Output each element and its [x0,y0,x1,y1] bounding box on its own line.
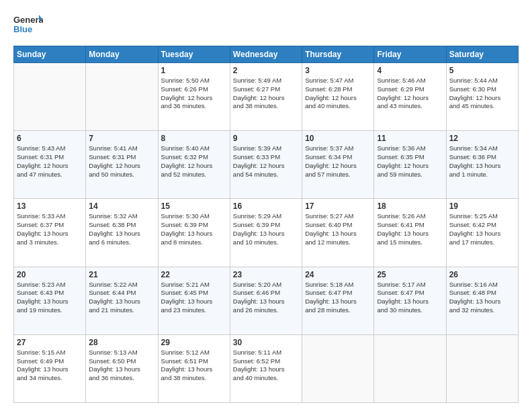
calendar-cell [374,334,446,402]
day-info: Sunrise: 5:26 AM Sunset: 6:41 PM Dayligh… [377,212,443,246]
header: General Blue [13,12,519,39]
day-number: 6 [17,134,83,143]
day-number: 12 [449,134,515,143]
day-number: 30 [233,338,299,347]
day-number: 14 [89,201,154,211]
day-number: 24 [305,270,371,279]
svg-text:Blue: Blue [13,24,32,34]
day-info: Sunrise: 5:46 AM Sunset: 6:29 PM Dayligh… [377,77,443,111]
day-info: Sunrise: 5:44 AM Sunset: 6:30 PM Dayligh… [449,77,515,111]
day-number: 3 [305,66,371,75]
day-info: Sunrise: 5:12 AM Sunset: 6:51 PM Dayligh… [161,349,227,383]
day-info: Sunrise: 5:11 AM Sunset: 6:52 PM Dayligh… [233,349,299,383]
calendar-cell: 29Sunrise: 5:12 AM Sunset: 6:51 PM Dayli… [158,334,230,402]
day-info: Sunrise: 5:22 AM Sunset: 6:44 PM Dayligh… [89,281,154,315]
day-info: Sunrise: 5:49 AM Sunset: 6:27 PM Dayligh… [233,77,299,111]
day-number: 22 [161,270,227,279]
weekday-header-sunday: Sunday [14,46,86,63]
calendar-cell: 11Sunrise: 5:36 AM Sunset: 6:35 PM Dayli… [374,131,446,199]
day-info: Sunrise: 5:23 AM Sunset: 6:43 PM Dayligh… [17,281,83,315]
day-info: Sunrise: 5:21 AM Sunset: 6:45 PM Dayligh… [161,281,227,315]
day-number: 13 [17,201,83,211]
day-number: 9 [233,134,299,143]
calendar-cell: 28Sunrise: 5:13 AM Sunset: 6:50 PM Dayli… [86,334,158,402]
svg-text:General: General [13,15,43,25]
calendar-cell: 7Sunrise: 5:41 AM Sunset: 6:31 PM Daylig… [86,131,158,199]
calendar-week-4: 20Sunrise: 5:23 AM Sunset: 6:43 PM Dayli… [14,267,519,334]
calendar-week-2: 6Sunrise: 5:43 AM Sunset: 6:31 PM Daylig… [14,131,519,199]
day-info: Sunrise: 5:15 AM Sunset: 6:49 PM Dayligh… [17,349,83,383]
calendar-cell: 30Sunrise: 5:11 AM Sunset: 6:52 PM Dayli… [230,334,302,402]
day-number: 8 [161,134,227,143]
calendar-cell: 14Sunrise: 5:32 AM Sunset: 6:38 PM Dayli… [86,199,158,267]
day-info: Sunrise: 5:34 AM Sunset: 6:36 PM Dayligh… [449,144,515,179]
calendar-cell [446,334,518,402]
weekday-header-thursday: Thursday [302,46,374,63]
calendar-cell: 18Sunrise: 5:26 AM Sunset: 6:41 PM Dayli… [374,199,446,267]
calendar-cell: 21Sunrise: 5:22 AM Sunset: 6:44 PM Dayli… [86,267,158,334]
day-number: 19 [449,201,515,211]
calendar-cell [14,63,86,131]
day-info: Sunrise: 5:27 AM Sunset: 6:40 PM Dayligh… [305,212,371,246]
day-info: Sunrise: 5:36 AM Sunset: 6:35 PM Dayligh… [377,144,443,179]
calendar-cell: 15Sunrise: 5:30 AM Sunset: 6:39 PM Dayli… [158,199,230,267]
calendar-cell: 5Sunrise: 5:44 AM Sunset: 6:30 PM Daylig… [446,63,518,131]
day-number: 10 [305,134,371,143]
calendar-cell: 9Sunrise: 5:39 AM Sunset: 6:33 PM Daylig… [230,131,302,199]
day-number: 25 [377,270,443,279]
day-number: 11 [377,134,443,143]
calendar-week-1: 1Sunrise: 5:50 AM Sunset: 6:26 PM Daylig… [14,63,519,131]
calendar-cell: 12Sunrise: 5:34 AM Sunset: 6:36 PM Dayli… [446,131,518,199]
day-info: Sunrise: 5:47 AM Sunset: 6:28 PM Dayligh… [305,77,371,111]
weekday-header-monday: Monday [86,46,158,63]
day-number: 15 [161,201,227,211]
logo-svg: General Blue [13,12,43,39]
calendar-table: SundayMondayTuesdayWednesdayThursdayFrid… [13,46,519,403]
calendar-cell: 2Sunrise: 5:49 AM Sunset: 6:27 PM Daylig… [230,63,302,131]
day-info: Sunrise: 5:20 AM Sunset: 6:46 PM Dayligh… [233,281,299,315]
day-info: Sunrise: 5:43 AM Sunset: 6:31 PM Dayligh… [17,144,83,179]
day-number: 26 [449,270,515,279]
day-number: 5 [449,66,515,75]
weekday-header-row: SundayMondayTuesdayWednesdayThursdayFrid… [14,46,519,63]
day-info: Sunrise: 5:29 AM Sunset: 6:39 PM Dayligh… [233,212,299,246]
day-number: 20 [17,270,83,279]
calendar-cell: 4Sunrise: 5:46 AM Sunset: 6:29 PM Daylig… [374,63,446,131]
day-info: Sunrise: 5:40 AM Sunset: 6:32 PM Dayligh… [161,144,227,179]
calendar-cell: 24Sunrise: 5:18 AM Sunset: 6:47 PM Dayli… [302,267,374,334]
day-number: 7 [89,134,154,143]
day-info: Sunrise: 5:18 AM Sunset: 6:47 PM Dayligh… [305,281,371,315]
weekday-header-tuesday: Tuesday [158,46,230,63]
day-info: Sunrise: 5:16 AM Sunset: 6:48 PM Dayligh… [449,281,515,315]
day-info: Sunrise: 5:37 AM Sunset: 6:34 PM Dayligh… [305,144,371,179]
calendar-cell: 27Sunrise: 5:15 AM Sunset: 6:49 PM Dayli… [14,334,86,402]
day-number: 16 [233,201,299,211]
logo: General Blue [13,12,43,39]
calendar-cell: 1Sunrise: 5:50 AM Sunset: 6:26 PM Daylig… [158,63,230,131]
day-info: Sunrise: 5:32 AM Sunset: 6:38 PM Dayligh… [89,212,154,246]
day-number: 1 [161,66,227,75]
calendar-cell: 20Sunrise: 5:23 AM Sunset: 6:43 PM Dayli… [14,267,86,334]
calendar-week-5: 27Sunrise: 5:15 AM Sunset: 6:49 PM Dayli… [14,334,519,402]
day-number: 21 [89,270,154,279]
calendar-cell: 22Sunrise: 5:21 AM Sunset: 6:45 PM Dayli… [158,267,230,334]
day-info: Sunrise: 5:30 AM Sunset: 6:39 PM Dayligh… [161,212,227,246]
calendar-cell: 13Sunrise: 5:33 AM Sunset: 6:37 PM Dayli… [14,199,86,267]
calendar-week-3: 13Sunrise: 5:33 AM Sunset: 6:37 PM Dayli… [14,199,519,267]
day-number: 28 [89,338,154,347]
page: General Blue SundayMondayTuesdayWednesda… [0,0,532,411]
day-info: Sunrise: 5:13 AM Sunset: 6:50 PM Dayligh… [89,349,154,383]
calendar-cell: 26Sunrise: 5:16 AM Sunset: 6:48 PM Dayli… [446,267,518,334]
calendar-cell: 23Sunrise: 5:20 AM Sunset: 6:46 PM Dayli… [230,267,302,334]
day-number: 27 [17,338,83,347]
calendar-cell: 10Sunrise: 5:37 AM Sunset: 6:34 PM Dayli… [302,131,374,199]
day-info: Sunrise: 5:33 AM Sunset: 6:37 PM Dayligh… [17,212,83,246]
day-number: 2 [233,66,299,75]
calendar-cell [302,334,374,402]
calendar-cell: 19Sunrise: 5:25 AM Sunset: 6:42 PM Dayli… [446,199,518,267]
calendar-cell: 16Sunrise: 5:29 AM Sunset: 6:39 PM Dayli… [230,199,302,267]
day-info: Sunrise: 5:39 AM Sunset: 6:33 PM Dayligh… [233,144,299,179]
day-info: Sunrise: 5:50 AM Sunset: 6:26 PM Dayligh… [161,77,227,111]
day-number: 18 [377,201,443,211]
weekday-header-saturday: Saturday [446,46,518,63]
